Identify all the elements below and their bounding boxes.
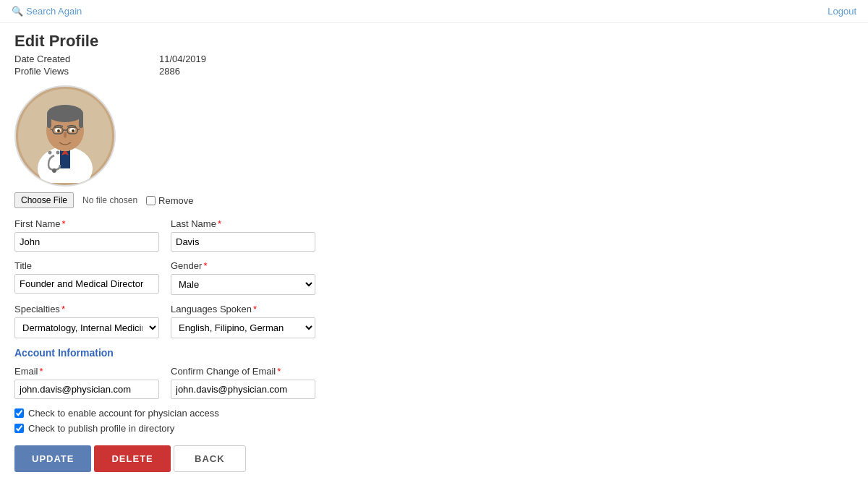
- title-group: Title: [14, 260, 159, 295]
- email-label: Email*: [14, 366, 159, 377]
- first-name-group: First Name*: [14, 218, 159, 252]
- svg-point-9: [47, 105, 83, 122]
- name-row: First Name* Last Name*: [14, 218, 854, 252]
- publish-profile-checkbox[interactable]: [14, 424, 24, 433]
- languages-select[interactable]: English, Filipino, German: [171, 317, 315, 338]
- svg-point-4: [52, 168, 56, 173]
- svg-point-14: [57, 129, 60, 132]
- svg-rect-11: [79, 114, 83, 128]
- specialties-group: Specialties* Dermatology, Internal Medic…: [14, 304, 159, 338]
- file-input-row: Choose File No file chosen Remove: [14, 192, 854, 208]
- search-again-link[interactable]: 🔍 Search Again: [12, 6, 82, 17]
- back-button[interactable]: BACK: [174, 445, 246, 472]
- email-input[interactable]: [14, 380, 159, 399]
- specialties-languages-row: Specialties* Dermatology, Internal Medic…: [14, 304, 854, 338]
- avatar: [14, 85, 116, 187]
- main-content: Edit Profile Date Created 11/04/2019 Pro…: [0, 23, 868, 481]
- choose-file-button[interactable]: Choose File: [14, 192, 74, 208]
- profile-views-row: Profile Views 2886: [14, 66, 854, 77]
- email-group: Email*: [14, 366, 159, 399]
- avatar-section: [14, 85, 854, 187]
- svg-point-15: [72, 129, 75, 132]
- last-name-group: Last Name*: [171, 218, 315, 252]
- languages-group: Languages Spoken* English, Filipino, Ger…: [171, 304, 315, 338]
- date-created-label: Date Created: [14, 53, 159, 64]
- publish-profile-label: Check to publish profile in directory: [28, 423, 174, 434]
- profile-views-label: Profile Views: [14, 66, 159, 77]
- checkbox-publish-row: Check to publish profile in directory: [14, 423, 854, 434]
- specialties-label: Specialties*: [14, 304, 159, 314]
- specialties-select[interactable]: Dermatology, Internal Medicine, Ob: [14, 317, 159, 338]
- first-name-label: First Name*: [14, 218, 159, 229]
- svg-point-6: [48, 151, 52, 155]
- remove-checkbox[interactable]: [146, 196, 156, 205]
- delete-button[interactable]: DELETE: [94, 445, 170, 472]
- title-input[interactable]: [14, 274, 159, 294]
- account-info-title: Account Information: [14, 347, 854, 359]
- confirm-email-group: Confirm Change of Email*: [171, 366, 315, 399]
- last-name-label: Last Name*: [171, 218, 315, 229]
- checkbox-physician-row: Check to enable account for physician ac…: [14, 408, 854, 419]
- doctor-avatar-svg: [18, 89, 112, 183]
- button-row: UPDATE DELETE BACK: [14, 445, 854, 472]
- profile-views-value: 2886: [159, 66, 180, 77]
- first-name-input[interactable]: [14, 232, 159, 252]
- top-bar: 🔍 Search Again Logout: [0, 0, 868, 23]
- title-label: Title: [14, 260, 159, 271]
- gender-group: Gender* Male Female Other: [171, 260, 315, 295]
- date-created-value: 11/04/2019: [159, 53, 206, 64]
- confirm-email-input[interactable]: [171, 380, 315, 399]
- physician-access-checkbox[interactable]: [14, 408, 24, 418]
- languages-label: Languages Spoken*: [171, 304, 315, 314]
- page-title: Edit Profile: [14, 32, 854, 51]
- last-name-input[interactable]: [171, 232, 315, 252]
- confirm-email-label: Confirm Change of Email*: [171, 366, 315, 377]
- update-button[interactable]: UPDATE: [14, 445, 91, 472]
- logout-link[interactable]: Logout: [827, 6, 856, 17]
- remove-label[interactable]: Remove: [146, 195, 193, 206]
- svg-rect-10: [47, 114, 51, 128]
- physician-access-label: Check to enable account for physician ac…: [28, 408, 219, 419]
- svg-point-5: [56, 151, 60, 155]
- no-file-text: No file chosen: [82, 195, 137, 205]
- gender-label: Gender*: [171, 260, 315, 271]
- title-gender-row: Title Gender* Male Female Other: [14, 260, 854, 295]
- search-icon: 🔍: [12, 6, 23, 17]
- gender-select[interactable]: Male Female Other: [171, 274, 315, 295]
- date-created-row: Date Created 11/04/2019: [14, 53, 854, 64]
- email-row: Email* Confirm Change of Email*: [14, 366, 854, 399]
